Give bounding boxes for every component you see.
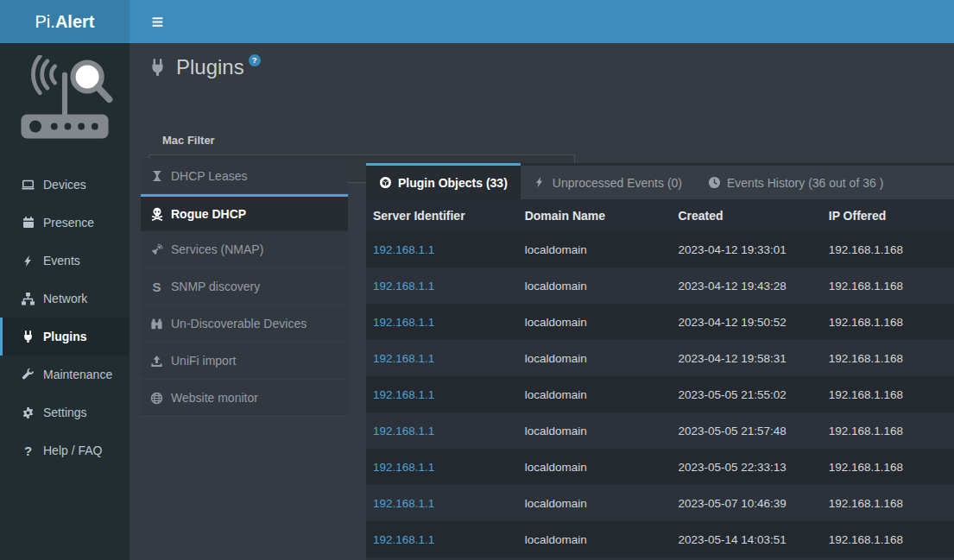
- tab-events-history[interactable]: Events History (36 out of 36 ): [695, 166, 896, 199]
- created-cell: 2023-04-12 19:43:28: [671, 280, 821, 293]
- plugin-nav-undiscoverable-devices[interactable]: Un-Discoverable Devices: [141, 305, 348, 343]
- globe-icon: [149, 391, 164, 406]
- server-identifier-link[interactable]: 192.168.1.1: [366, 497, 518, 510]
- plugin-nav-label: Services (NMAP): [171, 242, 263, 256]
- created-cell: 2023-05-05 21:57:48: [671, 425, 821, 437]
- plugin-nav-label: Un-Discoverable Devices: [171, 317, 306, 330]
- router-logo-image: [0, 43, 130, 150]
- plug-icon: [21, 330, 35, 344]
- sidebar-item-devices[interactable]: Devices: [0, 166, 130, 204]
- plugin-nav-label: SNMP discovery: [171, 280, 260, 293]
- table-row: 192.168.1.1 localdomain 2023-04-12 19:58…: [366, 340, 954, 376]
- plugin-nav-website-monitor[interactable]: Website monitor: [141, 380, 348, 417]
- plugin-nav-dhcp-leases[interactable]: DHCP Leases: [141, 158, 348, 194]
- plugin-nav-services-nmap[interactable]: Services (NMAP): [141, 231, 348, 268]
- hamburger-menu-icon[interactable]: [138, 0, 177, 43]
- table-row: 192.168.1.1 localdomain 2023-05-05 21:57…: [366, 412, 954, 449]
- sidebar-item-label: Plugins: [43, 330, 87, 343]
- plugin-nav-rogue-dhcp[interactable]: Rogue DHCP: [141, 194, 348, 231]
- main-content: Plugins ? Mac Filter DHCP Leases Rogue D…: [130, 43, 954, 560]
- table-row: 192.168.1.1 localdomain 2023-04-12 19:50…: [366, 304, 954, 340]
- navbar: [130, 0, 954, 43]
- column-header-ip-offered[interactable]: IP Offered: [822, 209, 954, 223]
- table-header-row: Server Identifier Domain Name Created IP…: [366, 199, 954, 231]
- laptop-icon: [21, 178, 35, 192]
- column-header-server-identifier[interactable]: Server Identifier: [366, 209, 518, 223]
- bolt-icon: [21, 254, 35, 268]
- help-badge[interactable]: ?: [249, 54, 261, 66]
- domain-name-cell: localdomain: [518, 388, 672, 401]
- table-row: 192.168.1.1 localdomain 2023-05-05 22:33…: [366, 449, 954, 485]
- server-identifier-link[interactable]: 192.168.1.1: [366, 316, 518, 329]
- created-cell: 2023-05-05 22:33:13: [671, 461, 821, 474]
- sidebar-item-events[interactable]: Events: [0, 242, 130, 280]
- ip-offered-cell: 192.168.1.168: [822, 388, 954, 401]
- server-identifier-link[interactable]: 192.168.1.1: [366, 461, 518, 474]
- hourglass-icon: [149, 168, 164, 183]
- sidebar-item-plugins[interactable]: Plugins: [0, 318, 130, 356]
- sidebar-item-presence[interactable]: Presence: [0, 204, 130, 242]
- table-row: 192.168.1.1 localdomain 2023-04-12 19:33…: [366, 231, 954, 267]
- tab-plugin-objects[interactable]: Plugin Objects (33): [366, 163, 521, 199]
- binoculars-icon: [149, 317, 164, 331]
- ip-offered-cell: 192.168.1.168: [822, 497, 954, 510]
- ip-offered-cell: 192.168.1.168: [822, 243, 954, 256]
- domain-name-cell: localdomain: [518, 425, 672, 437]
- sidebar-item-label: Devices: [43, 178, 86, 192]
- sidebar-item-label: Events: [43, 254, 80, 267]
- table-row: 192.168.1.1 localdomain 2023-04-12 19:43…: [366, 267, 954, 304]
- question-icon: ?: [21, 444, 35, 458]
- sidebar-item-label: Maintenance: [43, 368, 112, 381]
- tab-label: Plugin Objects (33): [398, 176, 508, 190]
- server-identifier-link[interactable]: 192.168.1.1: [366, 280, 518, 293]
- tab-label: Events History (36 out of 36 ): [727, 176, 883, 190]
- page-title-text: Plugins: [176, 53, 244, 82]
- domain-name-cell: localdomain: [518, 243, 672, 256]
- created-cell: 2023-04-12 19:50:52: [671, 316, 821, 329]
- plugin-nav-snmp-discovery[interactable]: S SNMP discovery: [141, 268, 348, 305]
- top-header: Pi.Alert: [0, 0, 954, 43]
- created-cell: 2023-04-12 19:58:31: [671, 352, 821, 365]
- plugin-tab-panel: Plugin Objects (33) Unprocessed Events (…: [366, 163, 954, 560]
- sidebar-item-maintenance[interactable]: Maintenance: [0, 356, 130, 393]
- app-logo[interactable]: Pi.Alert: [0, 0, 130, 43]
- plugin-nav: DHCP Leases Rogue DHCP Services (NMAP) S…: [141, 158, 348, 417]
- plugin-nav-unifi-import[interactable]: UniFi import: [141, 343, 348, 380]
- sidebar-item-network[interactable]: Network: [0, 280, 130, 318]
- ip-offered-cell: 192.168.1.168: [822, 316, 954, 329]
- ip-offered-cell: 192.168.1.168: [822, 425, 954, 437]
- plugin-nav-label: Website monitor: [171, 391, 258, 405]
- created-cell: 2023-05-05 21:55:02: [671, 388, 821, 401]
- ip-offered-cell: 192.168.1.168: [822, 352, 954, 365]
- sidebar-item-settings[interactable]: Settings: [0, 393, 130, 431]
- skull-crossbones-icon: [149, 206, 164, 221]
- sidebar-menu: Devices Presence Events Network Plugins …: [0, 166, 130, 469]
- sidebar-item-label: Network: [43, 292, 87, 305]
- sidebar-item-help-faq[interactable]: ? Help / FAQ: [0, 431, 130, 469]
- plugin-nav-label: UniFi import: [171, 354, 236, 368]
- server-identifier-link[interactable]: 192.168.1.1: [366, 352, 518, 365]
- table-row: 192.168.1.1 localdomain 2023-05-05 21:55…: [366, 376, 954, 412]
- ip-offered-cell: 192.168.1.168: [822, 533, 954, 546]
- domain-name-cell: localdomain: [518, 280, 672, 293]
- sidebar-item-label: Presence: [43, 216, 94, 230]
- tab-label: Unprocessed Events (0): [553, 176, 682, 190]
- table-row: 192.168.1.1 localdomain 2023-05-14 14:03…: [366, 521, 954, 557]
- column-header-domain-name[interactable]: Domain Name: [518, 209, 672, 223]
- server-identifier-link[interactable]: 192.168.1.1: [366, 425, 518, 437]
- plug-icon: [148, 59, 167, 77]
- ip-offered-cell: 192.168.1.168: [822, 280, 954, 293]
- created-cell: 2023-05-14 14:03:51: [671, 533, 821, 546]
- domain-name-cell: localdomain: [518, 533, 672, 546]
- gear-icon: [21, 406, 35, 420]
- tab-unprocessed-events[interactable]: Unprocessed Events (0): [521, 166, 695, 199]
- domain-name-cell: localdomain: [518, 352, 672, 365]
- server-identifier-link[interactable]: 192.168.1.1: [366, 533, 518, 546]
- domain-name-cell: localdomain: [518, 461, 672, 474]
- mac-filter-label: Mac Filter: [162, 134, 215, 147]
- server-identifier-link[interactable]: 192.168.1.1: [366, 243, 518, 256]
- sidebar-item-label: Help / FAQ: [43, 444, 102, 457]
- cube-icon: [379, 176, 392, 189]
- server-identifier-link[interactable]: 192.168.1.1: [366, 388, 518, 401]
- column-header-created[interactable]: Created: [671, 209, 821, 223]
